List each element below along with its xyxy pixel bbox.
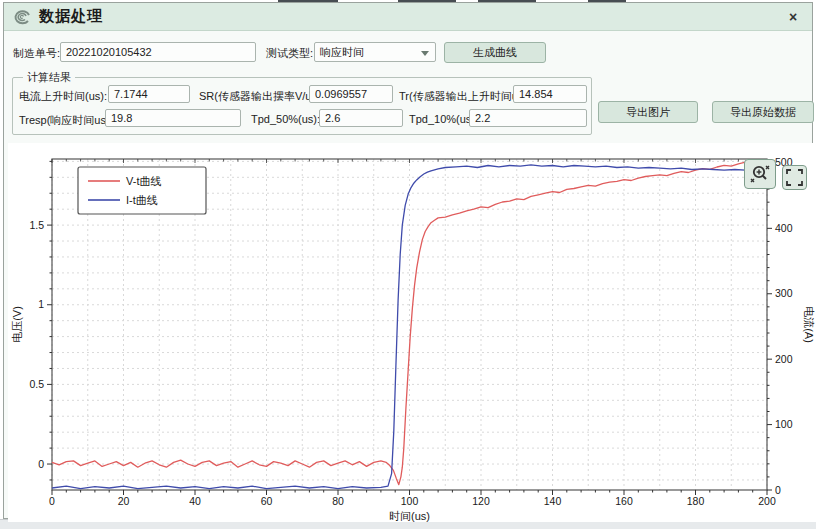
magnifier-arrows-icon [748, 163, 772, 185]
svg-text:1.5: 1.5 [29, 219, 44, 231]
svg-text:120: 120 [472, 495, 490, 507]
app-logo-swirl-icon [13, 7, 33, 27]
generate-curve-button[interactable]: 生成曲线 [444, 42, 546, 63]
svg-text:40: 40 [189, 495, 201, 507]
chevron-down-icon [421, 51, 429, 56]
svg-text:140: 140 [544, 495, 562, 507]
svg-text:0: 0 [775, 484, 781, 496]
corner-brackets-icon [786, 169, 803, 186]
svg-text:60: 60 [261, 495, 273, 507]
close-icon[interactable]: × [784, 8, 802, 26]
order-number-input[interactable]: 20221020105432 [60, 42, 256, 62]
export-raw-data-button[interactable]: 导出原始数据 [712, 101, 814, 123]
svg-text:180: 180 [687, 495, 705, 507]
svg-text:I-t曲线: I-t曲线 [126, 194, 158, 206]
title-bar: 数据处理 × [4, 3, 812, 31]
svg-text:100: 100 [401, 495, 419, 507]
svg-text:0: 0 [38, 458, 44, 470]
svg-text:时间(us): 时间(us) [389, 510, 430, 522]
tresp-field[interactable]: 19.8 [105, 109, 241, 127]
zoom-tool-button[interactable] [744, 159, 776, 189]
screen: { "window": { "title": "数据处理", "close_gl… [0, 0, 816, 529]
svg-text:20: 20 [118, 495, 130, 507]
tr-label: Tr(传感器输出上升时间us): [399, 89, 530, 104]
order-number-label: 制造单号: [13, 46, 60, 61]
svg-text:80: 80 [332, 495, 344, 507]
tpd50-field[interactable]: 2.6 [319, 109, 403, 127]
svg-text:电压(V): 电压(V) [11, 306, 23, 343]
svg-text:200: 200 [758, 495, 776, 507]
current-rise-time-field[interactable]: 7.1744 [108, 85, 190, 103]
svg-text:1: 1 [38, 298, 44, 310]
tpd10-field[interactable]: 2.2 [469, 109, 587, 127]
svg-text:V-t曲线: V-t曲线 [126, 175, 161, 187]
current-rise-time-label: 电流上升时间(us): [19, 89, 107, 104]
svg-text:0: 0 [49, 495, 55, 507]
data-processing-window: 数据处理 × 制造单号: 20221020105432 测试类型: 响应时间 生… [3, 2, 813, 519]
tresp-label: Tresp(响应时间us): [19, 113, 113, 128]
tpd10-label: Tpd_10%(us): [409, 113, 478, 125]
test-type-select[interactable]: 响应时间 [314, 42, 436, 62]
sr-label: SR(传感器输出摆率V/us): [199, 89, 324, 104]
svg-text:160: 160 [615, 495, 633, 507]
tpd50-label: Tpd_50%(us): [251, 113, 320, 125]
vt-it-plot[interactable]: 02040608010012014016018020000.511.501002… [8, 143, 816, 522]
svg-text:300: 300 [775, 287, 793, 299]
page-title: 数据处理 [39, 7, 103, 26]
svg-text:0.5: 0.5 [29, 378, 44, 390]
tr-field[interactable]: 14.854 [513, 85, 587, 103]
svg-text:200: 200 [775, 353, 793, 365]
fullscreen-button[interactable] [782, 165, 807, 190]
sr-field[interactable]: 0.0969557 [309, 85, 393, 103]
group-title: 计算结果 [23, 70, 75, 85]
calculation-results-group: 计算结果 电流上升时间(us): 7.1744 SR(传感器输出摆率V/us):… [12, 77, 592, 135]
svg-text:电流(A): 电流(A) [803, 306, 815, 343]
chart-area: 02040608010012014016018020000.511.501002… [8, 143, 816, 522]
svg-text:400: 400 [775, 222, 793, 234]
export-image-button[interactable]: 导出图片 [598, 101, 698, 123]
test-type-label: 测试类型: [266, 46, 313, 61]
test-type-selected-value: 响应时间 [320, 46, 364, 58]
svg-text:100: 100 [775, 418, 793, 430]
